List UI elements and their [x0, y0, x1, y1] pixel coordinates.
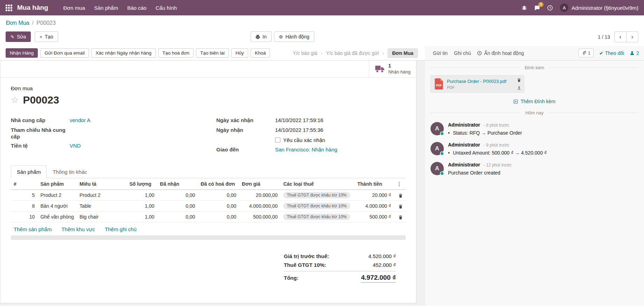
- send-message-button[interactable]: Gửi tin: [430, 48, 451, 58]
- table-row[interactable]: 5 Product 2 Product 2 1,00 0,00 0,00 20.…: [11, 190, 406, 200]
- online-indicator: [440, 171, 444, 176]
- deliver-to-link[interactable]: San Francisco: Nhận hàng: [275, 147, 337, 154]
- delete-line-button[interactable]: [398, 204, 403, 209]
- message-author[interactable]: Administrator: [448, 142, 480, 148]
- page-title: P00023: [23, 94, 59, 106]
- tab-products[interactable]: Sản phẩm: [11, 165, 47, 178]
- create-bill-button[interactable]: Tạo hoá đơn: [158, 48, 194, 58]
- add-section-link[interactable]: Thêm khu vực: [61, 226, 95, 232]
- message-avatar[interactable]: A: [430, 162, 444, 175]
- message: A Administrator - 9 phút trước Untaxed A…: [425, 137, 644, 157]
- column-header-sequence[interactable]: #: [11, 178, 37, 190]
- plus-square-icon: [513, 99, 518, 104]
- receive-products-button[interactable]: Nhận Hàng: [6, 48, 38, 58]
- ask-confirmation-checkbox[interactable]: [275, 137, 280, 143]
- messages-icon[interactable]: 2: [534, 5, 540, 11]
- attachment-card[interactable]: PDF Purchase Order - P00023.pdf PDF: [430, 75, 524, 93]
- statusbar: Nhận Hàng Gửi Đơn qua email Xác nhận Ngà…: [0, 46, 425, 61]
- status-pipeline: Y/c báo giá › Y/c báo giá đã được gửi › …: [293, 48, 419, 58]
- tax-amount-value: 452.000 ₫: [373, 262, 396, 268]
- breadcrumb-parent-link[interactable]: Đơn Mua: [6, 20, 29, 26]
- menu-item-reporting[interactable]: Báo cáo: [122, 1, 151, 15]
- add-product-link[interactable]: Thêm sản phẩm: [14, 226, 51, 232]
- pager-next-button[interactable]: ›: [626, 31, 638, 42]
- online-indicator: [440, 131, 444, 136]
- message: A Administrator - 8 phút trước Status: R…: [425, 117, 644, 137]
- column-header-taxes[interactable]: Các loại thuế: [280, 178, 355, 190]
- table-row[interactable]: 10 Ghế văn phòng Big chair 1,00 0,00 0,0…: [11, 211, 406, 222]
- field-column-left: Nhà cung cấp vendor A Tham chiếu Nhà cun…: [11, 116, 200, 151]
- menu-item-orders[interactable]: Đơn mua: [59, 1, 90, 15]
- message-time: - 8 phút trước: [484, 123, 509, 128]
- trash-icon: [517, 78, 521, 82]
- trash-icon: [398, 204, 403, 209]
- doc-type-label: Đơn mua: [11, 85, 406, 91]
- print-button[interactable]: In: [251, 31, 272, 42]
- message-avatar[interactable]: A: [430, 142, 444, 155]
- action-button[interactable]: ⚙ Hành động: [274, 31, 314, 42]
- horizontal-scrollbar[interactable]: [11, 235, 406, 240]
- column-header-quantity[interactable]: Số lượng: [127, 178, 157, 190]
- attachment-download-button[interactable]: [517, 86, 521, 90]
- column-header-product[interactable]: Sản phẩm: [37, 178, 77, 190]
- menu-item-configuration[interactable]: Cấu hình: [151, 1, 181, 15]
- create-button[interactable]: + Tạo: [35, 31, 58, 42]
- debug-bug-icon[interactable]: [522, 5, 527, 10]
- message-author[interactable]: Administrator: [448, 122, 480, 128]
- currency-link[interactable]: VND: [70, 143, 81, 150]
- delete-line-button[interactable]: [398, 193, 403, 198]
- tab-other-information[interactable]: Thông tin khác: [47, 165, 93, 178]
- delete-line-button[interactable]: [398, 215, 403, 220]
- log-note-button[interactable]: Ghi chú: [451, 48, 474, 58]
- truck-icon: [375, 65, 385, 73]
- follow-button[interactable]: ✔ Theo dõi: [599, 50, 624, 56]
- user-menu[interactable]: A Administrator (fj6nyue0vi9m): [560, 3, 638, 12]
- chevron-separator-icon: ›: [321, 50, 323, 56]
- optional-columns-icon[interactable]: ⋮: [397, 181, 402, 187]
- attachments-toggle-button[interactable]: 1: [579, 49, 594, 57]
- printer-icon: [255, 35, 260, 39]
- message-avatar[interactable]: A: [430, 122, 444, 135]
- cancel-button[interactable]: Hủy: [231, 48, 248, 58]
- table-row[interactable]: 8 Bàn 4 người Table 1,00 0,00 0,00 4.000…: [11, 200, 406, 211]
- pencil-icon: ✎: [10, 35, 14, 39]
- receipt-stat-button[interactable]: 1 Nhận hàng: [369, 61, 416, 77]
- create-receipt-button[interactable]: Tạo biên lai: [196, 48, 229, 58]
- pager-previous-button[interactable]: ‹: [614, 31, 626, 42]
- menu-item-products[interactable]: Sản phẩm: [90, 1, 122, 15]
- attachment-count: 1: [588, 50, 590, 56]
- column-header-subtotal[interactable]: Thành tiền: [355, 178, 394, 190]
- status-step-purchase-order[interactable]: Đơn Mua: [387, 48, 418, 58]
- vendor-link[interactable]: vendor A: [70, 117, 90, 124]
- apps-menu-icon[interactable]: [6, 5, 12, 11]
- attachment-type: PDF: [447, 85, 506, 90]
- column-header-unit-price[interactable]: Đơn giá: [239, 178, 280, 190]
- favorite-star-icon[interactable]: ☆: [11, 95, 19, 104]
- tax-badge: Thuế GTGT được khấu trừ 10%: [283, 214, 350, 220]
- send-by-email-button[interactable]: Gửi Đơn qua email: [40, 48, 89, 58]
- attachment-name[interactable]: Purchase Order - P00023.pdf: [447, 79, 506, 84]
- followers-button[interactable]: 2: [630, 50, 639, 56]
- confirm-receipt-date-button[interactable]: Xác nhận Ngày nhận hàng: [91, 48, 156, 58]
- user-icon: [630, 51, 635, 56]
- column-header-description[interactable]: Miêu tả: [77, 178, 127, 190]
- field-receipt-date: Ngày nhận 14/10/2022 17:55:36: [216, 126, 406, 135]
- column-header-billed[interactable]: Đã có hoá đơn: [198, 178, 239, 190]
- messages-badge: 2: [538, 2, 544, 7]
- status-step-rfq[interactable]: Y/c báo giá: [293, 50, 317, 56]
- attachment-delete-button[interactable]: [517, 78, 521, 82]
- column-header-received[interactable]: Đã nhận: [157, 178, 198, 190]
- add-note-link[interactable]: Thêm ghi chú: [105, 226, 136, 232]
- status-step-rfq-sent[interactable]: Y/c báo giá đã được gửi: [326, 50, 379, 56]
- chatter-topbar: Gửi tin Ghi chú Ấn định hoạt động 1 ✔ Th…: [425, 46, 644, 61]
- app-name[interactable]: Mua hàng: [17, 4, 48, 12]
- form-sheet: 1 Nhận hàng Đơn mua ☆ P00023 Nhà cung cấ…: [0, 61, 416, 303]
- lock-button[interactable]: Khoá: [251, 48, 270, 58]
- message-author[interactable]: Administrator: [448, 162, 480, 168]
- schedule-activity-button[interactable]: Ấn định hoạt động: [474, 48, 527, 58]
- message-body: Status: RFQ → Purchase Order: [448, 130, 638, 136]
- add-attachment-button[interactable]: Thêm Đính kèm: [425, 93, 644, 106]
- activities-clock-icon[interactable]: [547, 5, 553, 11]
- field-column-right: Ngày xác nhận 14/10/2022 17:59:16 Ngày n…: [216, 116, 406, 155]
- edit-button[interactable]: ✎ Sửa: [6, 31, 31, 42]
